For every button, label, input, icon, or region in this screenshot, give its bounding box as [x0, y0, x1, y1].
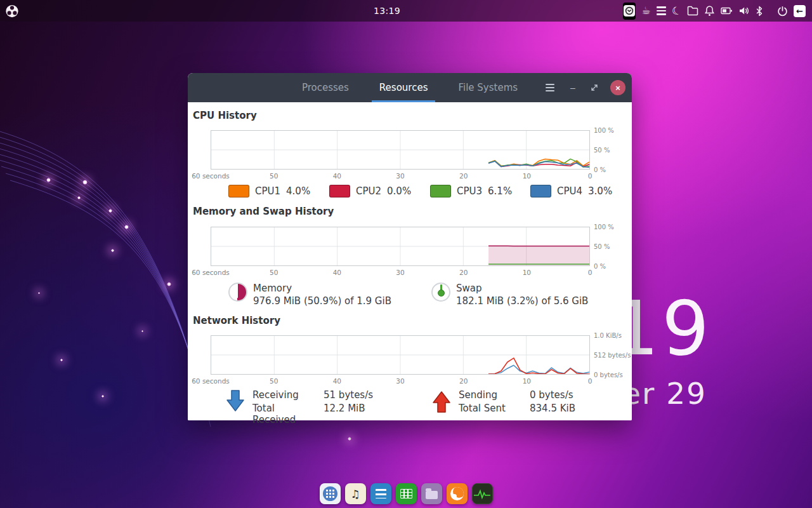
x-tick: 30 [396, 377, 404, 385]
x-tick: 10 [523, 377, 531, 385]
network-history-title: Network History [193, 315, 280, 326]
cpu3-swatch [430, 185, 451, 197]
total-sent-label: Total Sent [459, 403, 527, 414]
x-tick: 50 [270, 269, 278, 276]
hide-panel-icon[interactable]: ← [794, 3, 806, 19]
memory-plot [211, 227, 590, 266]
y-tick: 100 % [594, 224, 614, 231]
files-tray-icon[interactable] [687, 3, 698, 19]
swap-detail: 182.1 MiB (3.2%) of 5.6 GiB [456, 295, 588, 307]
x-tick: 0 [588, 269, 593, 276]
x-tick: 20 [459, 269, 468, 276]
x-tick: 30 [396, 269, 404, 276]
desktop: 19 ber 29 13:19 [0, 0, 812, 508]
night-light-icon[interactable]: ☾ [670, 1, 683, 20]
y-tick: 0 % [594, 263, 606, 270]
x-tick: 60 seconds [192, 377, 230, 385]
receiving-label: Receiving [252, 389, 321, 401]
x-tick: 50 [270, 172, 278, 180]
network-x-axis: 60 seconds50403020100 [211, 377, 590, 386]
cpu1-swatch [228, 185, 249, 197]
titlebar[interactable]: Processes Resources File Systems – × [188, 73, 632, 102]
word-processor-icon[interactable] [370, 483, 391, 504]
spreadsheet-icon[interactable] [396, 483, 417, 504]
music-player-icon[interactable]: ♫ [345, 483, 366, 504]
cpu1-legend-item: CPU14.0% [228, 185, 310, 197]
file-manager-icon[interactable] [421, 483, 442, 504]
series-receiving [488, 365, 589, 374]
tab-file-systems[interactable]: File Systems [444, 73, 532, 102]
cpu-history-title: CPU History [193, 110, 257, 121]
cpu-plot [211, 130, 590, 170]
maximize-button[interactable] [589, 82, 600, 93]
resources-view: CPU History 100 %50 %0 % 60 seconds50403… [188, 102, 632, 420]
minimize-button[interactable]: – [567, 82, 579, 93]
app-indicator-icon[interactable] [623, 3, 636, 20]
memory-history-title: Memory and Swap History [193, 206, 334, 217]
sending-legend-item: Sending 0 bytes/s Total Sent 834.5 KiB [432, 389, 575, 414]
tray-menu-icon[interactable] [657, 3, 666, 19]
power-icon[interactable] [777, 3, 788, 19]
x-tick: 30 [396, 172, 404, 180]
battery-icon[interactable] [721, 3, 733, 19]
memory-pie-icon [228, 283, 247, 302]
system-monitor-window: Processes Resources File Systems – × CPU… [188, 73, 632, 420]
swap-gauge-icon [431, 283, 450, 302]
app-launcher-icon[interactable] [320, 483, 341, 504]
cpu-x-axis: 60 seconds50403020100 [211, 172, 590, 181]
x-tick: 0 [588, 172, 593, 180]
notifications-bell-icon[interactable] [704, 3, 715, 19]
x-tick: 0 [588, 377, 593, 385]
memory-legend-item: Memory 976.9 MiB (50.9%) of 1.9 GiB [228, 283, 391, 307]
cpu4-legend-item: CPU43.0% [530, 185, 612, 197]
x-tick: 40 [333, 377, 341, 385]
sending-rate: 0 bytes/s [530, 389, 575, 401]
top-panel: 13:19 ☕ ☾ [0, 0, 812, 22]
y-tick: 100 % [594, 127, 614, 134]
cpu4-swatch [530, 185, 551, 197]
cpu-y-axis: 100 %50 %0 % [594, 130, 631, 170]
x-tick: 50 [270, 377, 278, 385]
x-tick: 40 [333, 269, 341, 276]
x-tick: 20 [459, 377, 468, 385]
cpu2-legend-item: CPU20.0% [329, 185, 411, 197]
x-tick: 10 [523, 172, 531, 180]
swap-label: Swap [456, 283, 588, 294]
y-tick: 50 % [594, 147, 610, 154]
total-received-label: Total Received [252, 403, 321, 425]
tab-processes[interactable]: Processes [288, 73, 363, 102]
download-arrow-icon [226, 389, 245, 413]
y-tick: 1.0 KiB/s [594, 332, 622, 339]
swap-legend-item: Swap 182.1 MiB (3.2%) of 5.6 GiB [431, 283, 588, 307]
cpu3-legend-item: CPU36.1% [430, 185, 512, 197]
series-sending [488, 358, 589, 374]
y-tick: 0 % [594, 166, 606, 173]
close-button[interactable]: × [610, 80, 625, 95]
caffeine-icon[interactable]: ☕ [641, 3, 650, 19]
total-sent-value: 834.5 KiB [530, 403, 575, 414]
volume-icon[interactable] [738, 3, 750, 19]
x-tick: 10 [523, 269, 531, 276]
bluetooth-icon[interactable] [756, 3, 763, 19]
system-monitor-icon[interactable] [472, 483, 493, 504]
network-y-axis: 1.0 KiB/s512 bytes/s0 bytes/s [594, 335, 631, 375]
firefox-icon[interactable] [447, 483, 468, 504]
dock: ♫ [0, 483, 812, 504]
memory-detail: 976.9 MiB (50.9%) of 1.9 GiB [253, 295, 391, 307]
receiving-rate: 51 bytes/s [324, 389, 373, 401]
network-plot [211, 335, 590, 375]
distro-menu-icon[interactable] [5, 3, 19, 19]
x-tick: 60 seconds [192, 172, 230, 180]
x-tick: 20 [459, 172, 468, 180]
total-received-value: 12.2 MiB [324, 403, 373, 425]
y-tick: 50 % [594, 243, 610, 250]
app-menu-button[interactable] [543, 81, 557, 95]
receiving-legend-item: Receiving 51 bytes/s Total Received 12.2… [226, 389, 373, 425]
y-tick: 512 bytes/s [594, 352, 631, 359]
tab-resources[interactable]: Resources [365, 73, 442, 102]
y-tick: 0 bytes/s [594, 371, 623, 378]
panel-clock[interactable]: 13:19 [374, 6, 400, 16]
x-tick: 40 [333, 172, 341, 180]
memory-label: Memory [253, 283, 391, 294]
memory-x-axis: 60 seconds50403020100 [211, 269, 590, 277]
